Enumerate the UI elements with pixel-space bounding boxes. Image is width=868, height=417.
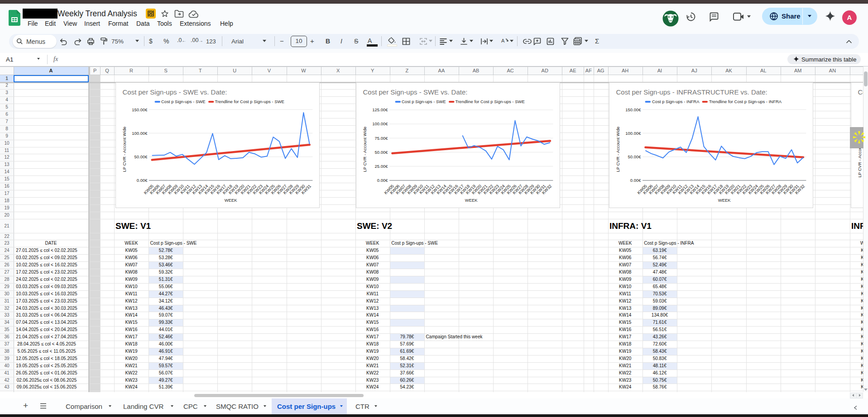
svg-text:0.00€: 0.00€ [136, 178, 147, 183]
svg-text:150.00€: 150.00€ [625, 107, 641, 112]
svg-text:Cost p Sign-ups - SWE: Cost p Sign-ups - SWE [402, 99, 446, 104]
svg-text:Trendline for Cost p Sign-ups: Trendline for Cost p Sign-ups - INFRA [709, 99, 782, 104]
svg-text:100.00€: 100.00€ [625, 131, 641, 136]
svg-text:Trendline for Cost p Sign-ups: Trendline for Cost p Sign-ups - SWE [215, 99, 284, 104]
svg-text:Trendline for Cost p Sign-ups: Trendline for Cost p Sign-ups - SWE [456, 99, 525, 104]
svg-text:25.00€: 25.00€ [374, 164, 388, 169]
svg-text:Cost per Sign-ups - SWE vs. Da: Cost per Sign-ups - SWE vs. Date: [122, 88, 227, 96]
svg-text:Cost p Sign-ups - INFRA: Cost p Sign-ups - INFRA [652, 99, 700, 104]
svg-text:LP CVR - Account Wide: LP CVR - Account Wide [615, 127, 620, 172]
svg-text:75.00€: 75.00€ [374, 136, 388, 141]
svg-text:LP CVR - Account Wide: LP CVR - Account Wide [362, 127, 367, 172]
svg-text:50.00€: 50.00€ [628, 154, 641, 159]
svg-text:0.00€: 0.00€ [377, 178, 388, 183]
svg-text:150.00€: 150.00€ [132, 107, 148, 112]
svg-text:A: A [501, 38, 505, 43]
svg-text:125.00€: 125.00€ [372, 107, 388, 112]
svg-text:50.00€: 50.00€ [374, 150, 388, 155]
svg-text:Cost per Sign-ups - SWE vs. Da: Cost per Sign-ups - SWE vs. Date: [363, 88, 468, 96]
svg-text:WEEK: WEEK [718, 198, 731, 203]
svg-text:100.00€: 100.00€ [372, 121, 388, 126]
svg-text:WEEK: WEEK [465, 198, 478, 203]
svg-text:50.00€: 50.00€ [134, 154, 148, 159]
svg-text:WEEK: WEEK [224, 198, 237, 203]
svg-text:LP CVR - Account Wide: LP CVR - Account Wide [122, 127, 127, 172]
svg-text:0.00€: 0.00€ [630, 178, 641, 183]
svg-text:100.00€: 100.00€ [132, 131, 148, 136]
svg-text:Cost per Sign-ups - INFRASTRUC: Cost per Sign-ups - INFRASTRUCTURE vs. D… [616, 88, 767, 96]
svg-text:Cost p Sign-ups - SWE: Cost p Sign-ups - SWE [161, 99, 206, 104]
